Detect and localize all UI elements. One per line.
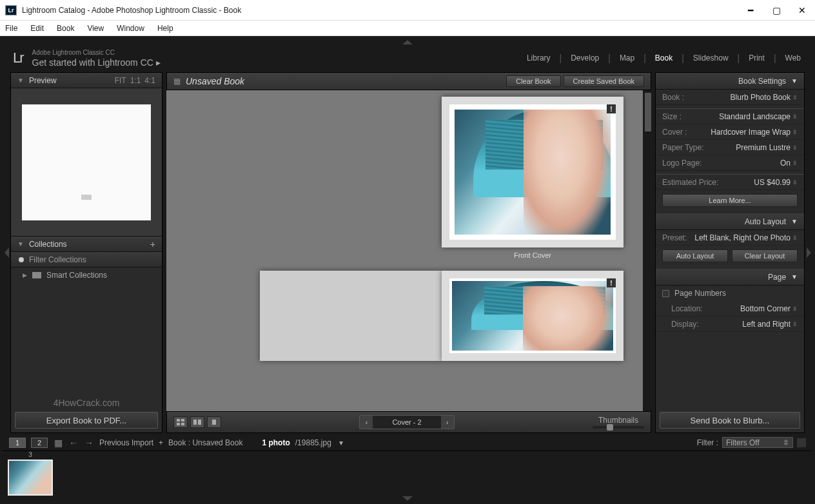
- book-type-dropdown[interactable]: Book :Blurb Photo Book⇳: [656, 90, 804, 105]
- page-1[interactable]: !: [442, 271, 624, 361]
- thumbnail-size-slider[interactable]: [593, 426, 644, 429]
- svg-rect-1: [177, 419, 180, 422]
- menu-book[interactable]: Book: [54, 23, 77, 34]
- scrollbar[interactable]: [645, 93, 651, 131]
- left-panel-toggle[interactable]: [3, 72, 10, 433]
- book-settings-header[interactable]: Book Settings▼: [656, 73, 804, 90]
- module-print[interactable]: Print: [747, 53, 766, 63]
- svg-rect-3: [177, 423, 180, 425]
- clear-book-button[interactable]: Clear Book: [506, 75, 560, 87]
- filter-dropdown[interactable]: Filters Off⇳: [722, 437, 793, 448]
- back-cover-page[interactable]: [260, 271, 442, 361]
- preview-area[interactable]: [11, 88, 162, 237]
- filter-collections-input[interactable]: Filter Collections: [11, 252, 162, 267]
- zoom-4-1[interactable]: 4:1: [144, 76, 155, 85]
- auto-layout-header[interactable]: Auto Layout▼: [656, 213, 804, 230]
- collection-icon: [32, 272, 41, 278]
- page-panel-header[interactable]: Page▼: [656, 269, 804, 286]
- window-title: Lightroom Catalog - Adobe Photoshop Ligh…: [22, 6, 743, 15]
- page-navigator: ‹ Cover - 2 ›: [359, 415, 454, 429]
- front-cover-page[interactable]: !: [442, 97, 624, 247]
- grid-view-icon[interactable]: ▦: [53, 438, 63, 448]
- close-button[interactable]: ✕: [794, 3, 810, 18]
- module-slideshow[interactable]: Slideshow: [692, 53, 730, 63]
- warning-icon[interactable]: !: [607, 278, 616, 287]
- prev-page-button[interactable]: ‹: [360, 416, 373, 429]
- svg-rect-2: [181, 419, 184, 422]
- menu-file[interactable]: File: [3, 23, 20, 34]
- spread-view-button[interactable]: [190, 416, 204, 428]
- right-panel-toggle[interactable]: [805, 72, 812, 433]
- chevron-down-icon: ▼: [791, 218, 798, 225]
- send-to-blurb-button[interactable]: Send Book to Blurb...: [660, 412, 800, 429]
- chevron-down-icon: ▼: [791, 77, 798, 84]
- chevron-down-icon: ▼: [17, 77, 24, 84]
- module-picker: Library| Develop| Map| Book| Slideshow| …: [525, 53, 802, 63]
- collections-title: Collections: [29, 240, 67, 249]
- zoom-1-1[interactable]: 1:1: [130, 76, 141, 85]
- auto-layout-button[interactable]: Auto Layout: [662, 249, 728, 262]
- chevron-down-icon: ▼: [791, 273, 798, 280]
- preview-panel-header[interactable]: ▼ Preview FIT 1:1 4:1: [11, 73, 162, 88]
- app-icon: Lr: [5, 5, 17, 15]
- source-previous-import[interactable]: Previous Import: [99, 438, 153, 447]
- location-dropdown[interactable]: Location:Bottom Corner⇳: [656, 301, 804, 316]
- get-started-link[interactable]: Get started with Lightroom CC ▸: [32, 57, 161, 68]
- display-dropdown[interactable]: Display:Left and Right⇳: [656, 316, 804, 332]
- forward-arrow-icon[interactable]: →: [84, 438, 94, 448]
- product-name-label: Adobe Lightroom Classic CC: [32, 49, 161, 56]
- window-titlebar: Lr Lightroom Catalog - Adobe Photoshop L…: [0, 0, 815, 21]
- maximize-button[interactable]: ▢: [769, 3, 784, 18]
- warning-icon[interactable]: !: [607, 104, 616, 113]
- svg-rect-5: [193, 420, 197, 425]
- module-book[interactable]: Book: [654, 53, 674, 63]
- lightroom-logo: Lr: [13, 50, 23, 66]
- export-pdf-button[interactable]: Export Book to PDF...: [15, 412, 158, 429]
- preset-dropdown[interactable]: Preset:Left Blank, Right One Photo⇳: [656, 230, 804, 246]
- dropdown-arrow-icon[interactable]: ▾: [339, 438, 343, 447]
- estimated-price-row: Estimated Price:US $40.99⇳: [656, 175, 804, 190]
- menu-window[interactable]: Window: [114, 23, 147, 34]
- screen-2-button[interactable]: 2: [31, 438, 48, 448]
- minimize-button[interactable]: ━: [743, 3, 758, 18]
- source-book[interactable]: Book : Unsaved Book: [168, 438, 242, 447]
- menu-edit[interactable]: Edit: [28, 23, 46, 34]
- bottom-panel-toggle[interactable]: [3, 495, 812, 501]
- search-icon: [19, 257, 24, 262]
- page-numbers-checkbox[interactable]: Page Numbers: [656, 286, 804, 301]
- watermark-text: 4HowCrack.com: [11, 395, 162, 411]
- zoom-fit[interactable]: FIT: [115, 76, 126, 85]
- filmstrip[interactable]: 3: [3, 451, 812, 495]
- filename-label: /19885.jpg: [295, 438, 331, 447]
- thumb-index: 3: [28, 451, 32, 458]
- top-panel-toggle[interactable]: [3, 39, 812, 45]
- back-arrow-icon[interactable]: ←: [68, 438, 79, 448]
- next-page-button[interactable]: ›: [441, 416, 454, 429]
- module-develop[interactable]: Develop: [569, 53, 600, 63]
- thumbnails-label: Thumbnails: [598, 416, 638, 425]
- paper-type-dropdown[interactable]: Paper Type:Premium Lustre⇳: [656, 140, 804, 155]
- screen-1-button[interactable]: 1: [9, 438, 26, 448]
- menu-help[interactable]: Help: [155, 23, 176, 34]
- photo-count: 1 photo: [262, 438, 290, 447]
- menu-view[interactable]: View: [84, 23, 106, 34]
- logo-page-dropdown[interactable]: Logo Page:On⇳: [656, 155, 804, 171]
- create-saved-book-button[interactable]: Create Saved Book: [564, 75, 644, 87]
- add-collection-button[interactable]: +: [150, 239, 155, 249]
- clear-layout-button[interactable]: Clear Layout: [732, 249, 798, 262]
- smart-collections-item[interactable]: ▶ Smart Collections: [11, 267, 162, 283]
- filter-lock-icon[interactable]: [797, 438, 806, 447]
- cover-dropdown[interactable]: Cover :Hardcover Image Wrap⇳: [656, 124, 804, 140]
- module-library[interactable]: Library: [525, 53, 552, 63]
- size-dropdown[interactable]: Size :Standard Landscape⇳: [656, 109, 804, 124]
- multi-page-view-button[interactable]: [173, 416, 188, 428]
- module-map[interactable]: Map: [618, 53, 636, 63]
- learn-more-button[interactable]: Learn More...: [662, 194, 798, 207]
- book-layout-area[interactable]: ! Front Cover !: [166, 90, 643, 411]
- module-web[interactable]: Web: [784, 53, 802, 63]
- filmstrip-thumbnail[interactable]: [8, 460, 53, 496]
- svg-rect-6: [198, 420, 201, 425]
- preview-title: Preview: [29, 76, 57, 85]
- single-page-view-button[interactable]: [207, 416, 221, 428]
- collections-panel-header[interactable]: ▼ Collections +: [11, 237, 162, 252]
